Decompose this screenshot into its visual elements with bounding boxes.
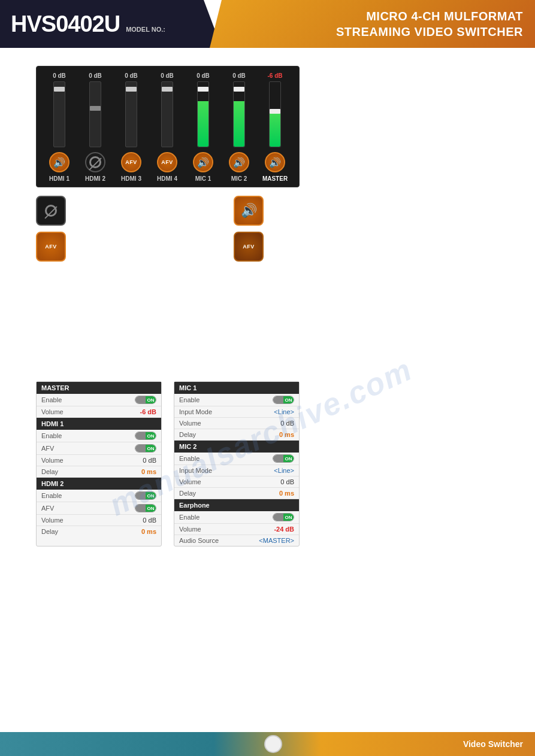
channel-mic2-fader[interactable] — [233, 81, 245, 147]
toggle-off-part — [135, 492, 146, 499]
channel-hdmi2-btn[interactable] — [85, 152, 105, 172]
channel-hdmi2-fader[interactable] — [89, 81, 101, 147]
active-speaker-button[interactable]: 🔊 — [234, 196, 264, 226]
channel-hdmi3-fader[interactable] — [125, 81, 137, 147]
fader-hdmi4-handle[interactable] — [162, 87, 173, 92]
speaker-icon-master: 🔊 — [269, 157, 281, 168]
afv-icon-2: AFV — [161, 159, 173, 165]
afv-on-button[interactable]: AFV — [234, 232, 264, 262]
fader-mic2-handle[interactable] — [234, 87, 244, 92]
settings-master-enable-label: Enable — [41, 396, 62, 403]
settings-master-enable-toggle[interactable]: ON — [135, 396, 156, 404]
channel-hdmi4-fader[interactable] — [161, 81, 173, 147]
channel-hdmi4-label: HDMI 4 — [157, 175, 177, 182]
speaker-icon: 🔊 — [53, 157, 65, 168]
speaker-icon-mic2: 🔊 — [233, 157, 245, 168]
afv-icon: AFV — [125, 159, 137, 165]
settings-hdmi1-volume-label: Volume — [41, 457, 64, 464]
speaker-icon-mic1: 🔊 — [197, 157, 209, 168]
mute-button[interactable] — [36, 196, 66, 226]
settings-master-header: MASTER — [37, 382, 161, 394]
channel-hdmi1-btn[interactable]: 🔊 — [49, 152, 69, 172]
footer-center — [84, 735, 463, 753]
header-logo-section: HVS0402U MODEL NO.: — [0, 0, 204, 48]
channel-hdmi4-btn[interactable]: AFV — [157, 152, 177, 172]
channel-master-fader[interactable] — [269, 81, 281, 147]
toggle-off-part — [273, 514, 283, 521]
toggle-on-part: ON — [283, 455, 294, 462]
settings-hdmi2-afv-row: AFV ON — [37, 502, 161, 515]
settings-panel-right: MIC 1 Enable ON Input Mode <Line> Volume… — [174, 381, 300, 546]
fader-master-handle[interactable] — [270, 109, 280, 114]
toggle-off-part — [273, 396, 283, 403]
channel-mic2-btn[interactable]: 🔊 — [229, 152, 249, 172]
settings-mic1-inputmode-label: Input Mode — [179, 408, 212, 415]
settings-hdmi1-volume-row: Volume 0 dB — [37, 455, 161, 466]
product-logo: HVS0402U — [11, 11, 120, 37]
settings-panel-left: MASTER Enable ON Volume -6 dB HDMI 1 Ena… — [36, 381, 162, 546]
fader-master-fill — [270, 111, 280, 147]
settings-master-volume-label: Volume — [41, 408, 64, 415]
settings-earphone-volume-row: Volume -24 dB — [174, 524, 299, 535]
channel-hdmi4: 0 dB AFV HDMI 4 — [149, 72, 185, 182]
channel-mic1-fader[interactable] — [197, 81, 209, 147]
settings-mic1-inputmode-value[interactable]: <Line> — [274, 408, 294, 415]
settings-earphone-enable-row: Enable ON — [174, 511, 299, 524]
page-header: HVS0402U MODEL NO.: MICRO 4-CH MULFORMAT… — [0, 0, 535, 48]
channel-hdmi3: 0 dB AFV HDMI 3 — [113, 72, 149, 182]
channel-master-db: -6 dB — [268, 72, 283, 79]
settings-hdmi2-volume-value: 0 dB — [143, 517, 156, 524]
settings-hdmi2-header: HDMI 2 — [37, 478, 161, 490]
settings-mic2-volume-label: Volume — [179, 478, 201, 485]
afv-off-icon: AFV — [45, 244, 57, 250]
fader-hdmi3-handle[interactable] — [126, 87, 137, 92]
settings-mic1-delay-value: 0 ms — [279, 431, 294, 438]
model-label: MODEL NO.: — [126, 26, 165, 33]
speaker-active-icon: 🔊 — [241, 203, 257, 218]
settings-mic1-volume-value: 0 dB — [280, 420, 294, 427]
channel-master-label: MASTER — [262, 175, 288, 182]
channel-hdmi2: 0 dB HDMI 2 — [77, 72, 113, 182]
settings-earphone-volume-value: -24 dB — [274, 526, 294, 533]
settings-hdmi2-delay-row: Delay 0 ms — [37, 526, 161, 537]
channel-hdmi1-db: 0 dB — [53, 72, 66, 79]
channel-hdmi3-db: 0 dB — [125, 72, 138, 79]
toggle-on-part: ON — [146, 505, 156, 512]
toggle-on-part: ON — [283, 396, 294, 403]
footer-page-indicator[interactable] — [264, 735, 282, 753]
channel-hdmi1-label: HDMI 1 — [49, 175, 69, 182]
channel-mic2-label: MIC 2 — [231, 175, 247, 182]
toggle-on-part: ON — [283, 514, 294, 521]
fader-hdmi2-handle[interactable] — [90, 106, 101, 111]
settings-earphone-volume-label: Volume — [179, 526, 201, 533]
afv-on-icon: AFV — [243, 244, 255, 250]
mute-icon — [89, 156, 101, 168]
settings-hdmi1-afv-toggle[interactable]: ON — [135, 444, 156, 453]
settings-mic2-enable-toggle[interactable]: ON — [273, 454, 294, 463]
settings-master-volume-value: -6 dB — [140, 408, 157, 415]
settings-mic1-volume-row: Volume 0 dB — [174, 418, 299, 429]
channel-master-btn[interactable]: 🔊 — [265, 152, 285, 172]
product-title: MICRO 4-CH MULFORMAT STREAMING VIDEO SWI… — [336, 8, 523, 40]
settings-mic1-enable-toggle[interactable]: ON — [273, 396, 294, 404]
fader-mic1-handle[interactable] — [198, 87, 208, 92]
fader-hdmi1-handle[interactable] — [54, 87, 65, 92]
settings-hdmi2-enable-row: Enable ON — [37, 490, 161, 502]
settings-mic1-header: MIC 1 — [174, 382, 299, 394]
settings-hdmi1-enable-label: Enable — [41, 432, 62, 439]
afv-off-button[interactable]: AFV — [36, 232, 66, 262]
settings-master-volume-row: Volume -6 dB — [37, 406, 161, 418]
audio-mixer-panel: 0 dB 🔊 HDMI 1 0 dB HDMI 2 — [36, 66, 300, 187]
settings-hdmi1-enable-toggle[interactable]: ON — [135, 432, 156, 440]
settings-hdmi2-enable-toggle[interactable]: ON — [135, 491, 156, 500]
settings-mic2-delay-label: Delay — [179, 490, 196, 497]
settings-mic2-inputmode-value[interactable]: <Line> — [274, 467, 294, 474]
settings-earphone-audiosource-value[interactable]: <MASTER> — [259, 537, 294, 544]
channel-hdmi3-btn[interactable]: AFV — [121, 152, 141, 172]
channel-hdmi1-fader[interactable] — [53, 81, 65, 147]
settings-mic2-enable-label: Enable — [179, 455, 200, 462]
settings-hdmi2-afv-toggle[interactable]: ON — [135, 504, 156, 512]
settings-earphone-enable-toggle[interactable]: ON — [273, 513, 294, 521]
channel-mic1-btn[interactable]: 🔊 — [193, 152, 213, 172]
toggle-off-part — [273, 455, 283, 462]
